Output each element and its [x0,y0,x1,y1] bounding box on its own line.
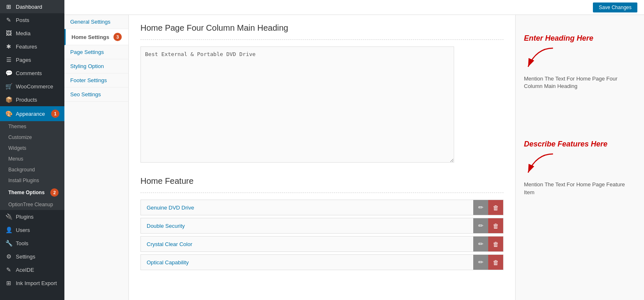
nav-page-settings[interactable]: Page Settings [64,45,128,59]
save-changes-button[interactable]: Save Changes [593,2,637,12]
sidebar-item-posts[interactable]: ✎ Posts [0,13,64,27]
dashboard-icon: ⊞ [5,3,12,10]
settings-icon: ⚙ [5,253,12,260]
annotation1-desc: Mention The Text For Home Page Four Colu… [524,75,636,90]
nav-general-settings[interactable]: General Settings [64,15,128,29]
nav-home-settings[interactable]: Home Settings 3 [64,29,128,45]
sidebar-item-appearance[interactable]: 🎨 Appearance 1 [0,106,64,121]
sidebar-sub-widgets[interactable]: Widgets [0,143,64,154]
features-icon: ✱ [5,43,12,50]
sidebar-item-comments[interactable]: 💬 Comments [0,66,64,80]
annotation1-title: Enter Heading Here [524,34,636,43]
woocommerce-icon: 🛒 [5,83,12,90]
feature-row: Double Security ✏ 🗑 [140,218,504,234]
users-icon: 👤 [5,227,12,233]
feature-delete-button-1[interactable]: 🗑 [488,218,503,233]
sidebar-item-tools[interactable]: 🔧 Tools [0,237,64,250]
nav-footer-settings[interactable]: Footer Settings [64,73,128,88]
sidebar-sub-optiontree[interactable]: OptionTree Cleanup [0,199,64,210]
theme-options-badge: 2 [50,188,59,197]
feature-edit-button-3[interactable]: ✏ [473,255,488,270]
feature-delete-button-3[interactable]: 🗑 [488,255,503,270]
feature-delete-button-0[interactable]: 🗑 [488,200,503,215]
sidebar: ⊞ Dashboard ✎ Posts 🖼 Media ✱ Features ☰… [0,0,64,300]
sidebar-item-users[interactable]: 👤 Users [0,223,64,237]
left-nav: General Settings Home Settings 3 Page Se… [64,15,129,300]
media-icon: 🖼 [5,30,12,37]
appearance-badge: 1 [51,110,59,118]
posts-icon: ✎ [5,17,12,23]
feature-edit-button-1[interactable]: ✏ [473,218,488,233]
content-area: General Settings Home Settings 3 Page Se… [64,15,644,300]
sidebar-item-products[interactable]: 📦 Products [0,93,64,106]
annotations-panel: Enter Heading Here Mention The Text For … [515,15,644,300]
feature-row-actions: ✏ 🗑 [473,237,503,251]
main-content: Home Page Four Column Main Heading Best … [129,15,515,300]
home-settings-badge: 3 [113,33,122,41]
annotation-1: Enter Heading Here Mention The Text For … [524,34,636,90]
textarea-wrap: Best External & Portable DVD Drive [140,46,504,164]
tools-icon: 🔧 [5,240,12,246]
sidebar-sub-menus[interactable]: Menus [0,154,64,164]
appearance-submenu: Themes Customize Widgets Menus Backgroun… [0,121,64,210]
sidebar-item-pages[interactable]: ☰ Pages [0,53,64,66]
sidebar-item-settings[interactable]: ⚙ Settings [0,250,64,263]
feature-edit-button-0[interactable]: ✏ [473,200,488,215]
aceleide-icon: ✎ [5,266,12,273]
sidebar-item-features[interactable]: ✱ Features [0,40,64,53]
plugins-icon: 🔌 [5,213,12,220]
sidebar-sub-customize[interactable]: Customize [0,132,64,143]
annotation2-title: Describe Features Here [524,140,636,149]
sidebar-item-aceleide[interactable]: ✎ AceIDE [0,263,64,276]
feature-edit-button-2[interactable]: ✏ [473,237,488,251]
sidebar-item-plugins[interactable]: 🔌 Plugins [0,210,64,223]
sidebar-item-ink-import[interactable]: ⊞ Ink Import Export [0,276,64,290]
sidebar-sub-themes[interactable]: Themes [0,121,64,132]
section2-divider [140,193,504,193]
heading-textarea[interactable]: Best External & Portable DVD Drive [140,46,454,163]
sidebar-sub-background[interactable]: Background [0,164,64,175]
section1-divider [140,39,504,40]
nav-seo-settings[interactable]: Seo Settings [64,88,128,102]
sidebar-sub-theme-options[interactable]: Theme Options 2 [0,186,64,199]
pages-icon: ☰ [5,56,12,63]
feature-delete-button-2[interactable]: 🗑 [488,237,503,251]
sidebar-sub-install-plugins[interactable]: Install Plugins [0,175,64,186]
arrow-icon-2 [524,152,557,177]
feature-row: Crystal Clear Color ✏ 🗑 [140,236,504,252]
nav-styling-option[interactable]: Styling Option [64,59,128,73]
feature-row: Optical Capability ✏ 🗑 [140,254,504,270]
feature-row-actions: ✏ 🗑 [473,255,503,270]
sidebar-item-woocommerce[interactable]: 🛒 WooCommerce [0,80,64,93]
section2-title: Home Feature [140,176,504,186]
ink-icon: ⊞ [5,280,12,286]
feature-row-actions: ✏ 🗑 [473,218,503,233]
appearance-icon: 🎨 [5,110,12,117]
topbar: Save Changes [64,0,644,15]
main-area: Save Changes General Settings Home Setti… [64,0,644,300]
sidebar-item-dashboard[interactable]: ⊞ Dashboard [0,0,64,13]
feature-list: Genuine DVD Drive ✏ 🗑 Double Security ✏ … [140,200,504,270]
feature-row: Genuine DVD Drive ✏ 🗑 [140,200,504,215]
comments-icon: 💬 [5,70,12,76]
annotation-2: Describe Features Here Mention The Text … [524,140,636,196]
section1-title: Home Page Four Column Main Heading [140,23,504,33]
products-icon: 📦 [5,96,12,103]
annotation2-desc: Mention The Text For Home Page Feature I… [524,181,636,196]
feature-row-actions: ✏ 🗑 [473,200,503,215]
arrow-icon-1 [524,46,557,71]
sidebar-item-media[interactable]: 🖼 Media [0,27,64,40]
